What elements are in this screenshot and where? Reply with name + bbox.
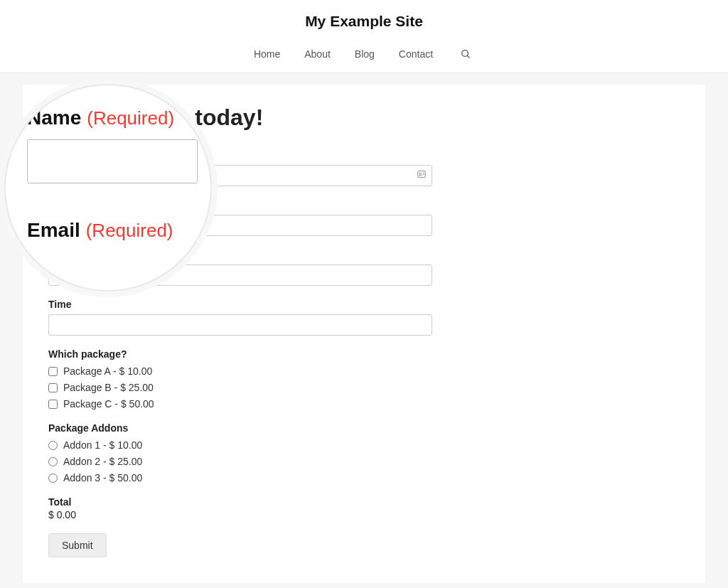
addon-1-radio[interactable] — [48, 441, 58, 450]
field-time: Time — [48, 299, 432, 336]
package-a-label: Package A - $ 10.00 — [63, 365, 152, 377]
package-c-checkbox[interactable] — [48, 400, 58, 409]
addon-option-3[interactable]: Addon 3 - $ 50.00 — [48, 472, 432, 483]
addon-2-radio[interactable] — [48, 457, 58, 466]
addon-3-radio[interactable] — [48, 474, 58, 483]
package-c-label: Package C - $ 50.00 — [63, 398, 154, 410]
site-title[interactable]: My Example Site — [0, 13, 728, 30]
package-a-checkbox[interactable] — [48, 367, 58, 376]
search-icon — [460, 48, 471, 60]
mag-name-input — [27, 139, 198, 183]
field-package: Which package? Package A - $ 10.00 Packa… — [48, 348, 432, 410]
total-label: Total — [48, 496, 432, 508]
addon-2-label: Addon 2 - $ 25.00 — [63, 456, 142, 467]
site-header: My Example Site Home About Blog Contact — [0, 0, 728, 73]
autofill-contact-icon[interactable] — [417, 169, 427, 182]
mag-name-required: (Required) — [87, 107, 174, 129]
total-block: Total $ 0.00 — [48, 496, 432, 520]
nav-blog[interactable]: Blog — [355, 48, 375, 60]
search-button[interactable] — [457, 46, 474, 63]
package-option-a[interactable]: Package A - $ 10.00 — [48, 365, 432, 377]
addon-3-label: Addon 3 - $ 50.00 — [63, 472, 142, 483]
total-value: $ 0.00 — [48, 509, 432, 520]
addons-group-label: Package Addons — [48, 422, 432, 434]
submit-button[interactable]: Submit — [48, 533, 107, 557]
package-b-checkbox[interactable] — [48, 383, 58, 392]
mag-email-label: Email — [27, 219, 80, 242]
nav-contact[interactable]: Contact — [399, 48, 433, 60]
svg-point-0 — [462, 50, 469, 57]
time-label: Time — [48, 299, 432, 310]
package-option-c[interactable]: Package C - $ 50.00 — [48, 398, 432, 410]
package-b-label: Package B - $ 25.00 — [63, 382, 154, 393]
addon-1-label: Addon 1 - $ 10.00 — [63, 439, 142, 451]
package-group-label: Which package? — [48, 348, 432, 360]
nav-home[interactable]: Home — [254, 48, 280, 60]
addon-option-1[interactable]: Addon 1 - $ 10.00 — [48, 439, 432, 451]
mag-email-required: (Required) — [86, 220, 173, 242]
addon-option-2[interactable]: Addon 2 - $ 25.00 — [48, 456, 432, 467]
nav-about[interactable]: About — [304, 48, 331, 60]
svg-line-1 — [467, 55, 469, 58]
package-option-b[interactable]: Package B - $ 25.00 — [48, 382, 432, 393]
primary-nav: Home About Blog Contact — [0, 46, 728, 73]
field-addons: Package Addons Addon 1 - $ 10.00 Addon 2… — [48, 422, 432, 483]
svg-point-3 — [419, 173, 422, 175]
magnifier-overlay: Name (Required) Email (Required) — [4, 84, 212, 292]
time-input[interactable] — [48, 314, 432, 336]
